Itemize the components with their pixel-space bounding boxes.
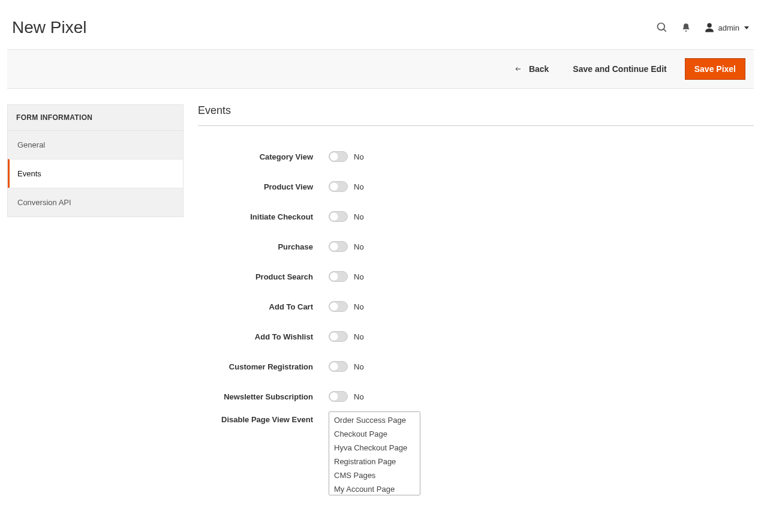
toggle-label: Product View [198,182,329,191]
toggle-label: Newsletter Subscription [198,392,329,401]
main-panel: Events Category ViewNoProduct ViewNoInit… [198,104,754,495]
toggle-row: Add To CartNo [198,291,754,321]
toggle-switch[interactable] [329,211,348,222]
sidebar-header: FORM INFORMATION [8,105,183,131]
svg-line-1 [663,29,666,32]
multiselect-option[interactable]: CMS Pages [330,468,419,482]
toggle-switch[interactable] [329,391,348,402]
back-label: Back [529,64,549,74]
toggle-label: Initiate Checkout [198,212,329,221]
sidebar-item-label: General [17,140,45,149]
toggle-switch[interactable] [329,241,348,252]
toggle-row: Add To WishlistNo [198,321,754,351]
toggle-switch[interactable] [329,361,348,372]
toggle-label: Purchase [198,242,329,251]
sidebar: FORM INFORMATION General Events Conversi… [7,104,184,217]
toggle-row: Product SearchNo [198,262,754,291]
toggle-value: No [354,362,364,371]
multiselect-option[interactable]: Registration Page [330,455,419,468]
toggle-switch[interactable] [329,271,348,282]
user-icon [704,22,715,33]
toggle-value: No [354,212,364,221]
toggle-row: Initiate CheckoutNo [198,202,754,232]
toggle-value: No [354,272,364,281]
toggle-switch[interactable] [329,331,348,342]
section-title: Events [198,104,754,126]
multiselect-option[interactable]: Checkout Page [330,427,419,441]
toggle-row: Newsletter SubscriptionNo [198,381,754,411]
sidebar-item-label: Events [17,169,41,178]
save-continue-label: Save and Continue Edit [573,64,666,74]
toggle-value: No [354,302,364,311]
admin-menu-trigger[interactable]: admin [704,22,749,33]
save-pixel-label: Save Pixel [694,64,736,74]
toggle-label: Add To Cart [198,302,329,311]
toggle-value: No [354,182,364,191]
action-bar: Back Save and Continue Edit Save Pixel [7,49,754,89]
disable-page-view-select[interactable]: Order Success PageCheckout PageHyva Chec… [329,411,420,495]
admin-label: admin [718,23,739,32]
arrow-left-icon [513,65,523,73]
svg-point-0 [657,23,664,31]
toggle-value: No [354,392,364,401]
multiselect-option[interactable]: My Account Page [330,482,419,495]
sidebar-item-label: Conversion API [17,198,71,207]
toggle-value: No [354,332,364,341]
sidebar-item-general[interactable]: General [8,131,183,159]
toggle-switch[interactable] [329,181,348,192]
sidebar-item-conversion-api[interactable]: Conversion API [8,188,183,217]
toggle-row: Product ViewNo [198,172,754,202]
toggle-row: Customer RegistrationNo [198,351,754,381]
save-continue-button[interactable]: Save and Continue Edit [567,59,672,79]
toggle-value: No [354,152,364,161]
back-button[interactable]: Back [507,59,555,79]
header-actions: admin [656,22,749,34]
multiselect-option[interactable]: Hyva Checkout Page [330,441,419,455]
notifications-icon[interactable] [681,23,691,32]
toggle-label: Category View [198,152,329,161]
search-icon[interactable] [656,22,668,34]
chevron-down-icon [744,26,749,29]
sidebar-item-events[interactable]: Events [8,159,183,188]
toggle-switch[interactable] [329,301,348,312]
toggle-row: PurchaseNo [198,232,754,262]
save-pixel-button[interactable]: Save Pixel [685,58,745,80]
toggle-label: Add To Wishlist [198,332,329,341]
disable-page-view-label: Disable Page View Event [198,411,329,424]
toggle-value: No [354,242,364,251]
toggle-switch[interactable] [329,151,348,162]
toggle-row: Category ViewNo [198,142,754,172]
multiselect-option[interactable]: Order Success Page [330,413,419,427]
page-title: New Pixel [12,18,86,37]
toggle-label: Customer Registration [198,362,329,371]
toggle-label: Product Search [198,272,329,281]
